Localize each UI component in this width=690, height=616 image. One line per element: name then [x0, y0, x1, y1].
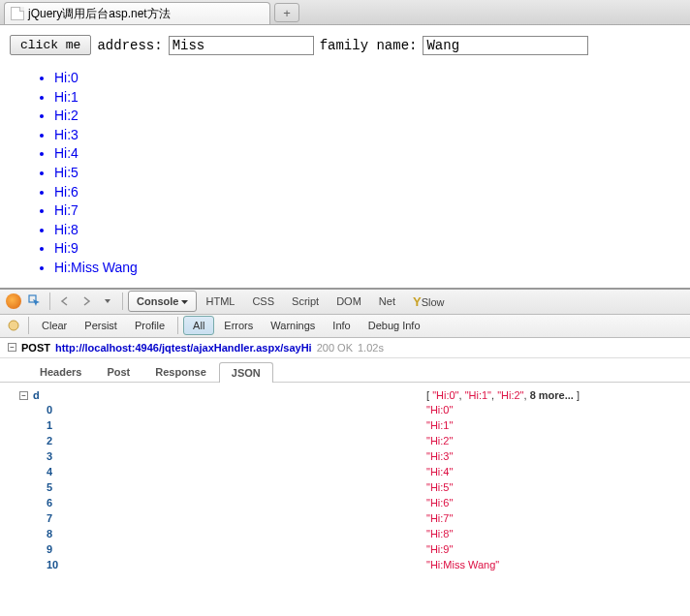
browser-tab-bar: jQuery调用后台asp.net方法 +	[0, 0, 690, 25]
new-tab-button[interactable]: +	[274, 3, 299, 22]
list-item: Hi:Miss Wang	[54, 259, 680, 278]
list-item: Hi:5	[54, 164, 680, 183]
resp-tab-response[interactable]: Response	[142, 361, 219, 382]
json-array-preview: [ "Hi:0", "Hi:1", "Hi:2", 8 more... ]	[426, 388, 580, 404]
svg-point-1	[9, 321, 18, 330]
sub-debug[interactable]: Debug Info	[361, 316, 428, 335]
firebug-main-toolbar: Console HTML CSS Script DOM Net YYSlowSl…	[0, 290, 690, 315]
family-name-label: family name:	[320, 38, 418, 53]
json-index: 10	[47, 558, 58, 573]
collapse-icon[interactable]: −	[8, 343, 16, 352]
firebug-sub-toolbar: Clear Persist Profile All Errors Warning…	[0, 315, 690, 338]
resp-tab-headers[interactable]: Headers	[27, 361, 94, 382]
json-value: "Hi:7"	[426, 511, 453, 527]
resp-tab-json[interactable]: JSON	[219, 362, 273, 383]
json-index: 3	[47, 449, 52, 465]
sub-info[interactable]: Info	[325, 316, 358, 335]
request-line[interactable]: − POST http://localhost:4946/jqtest/ajax…	[0, 338, 690, 358]
request-url: http://localhost:4946/jqtest/ajaxHandler…	[55, 342, 312, 354]
sub-clear[interactable]: Clear	[34, 316, 75, 335]
address-label: address:	[97, 38, 162, 53]
page-body: click me address: family name: Hi:0Hi:1H…	[0, 25, 690, 288]
json-value: "Hi:3"	[426, 449, 453, 465]
list-item: Hi:0	[54, 69, 680, 88]
list-item: Hi:1	[54, 88, 680, 108]
firebug-panel: Console HTML CSS Script DOM Net YYSlowSl…	[0, 288, 690, 579]
json-value: "Hi:4"	[426, 465, 453, 480]
dropdown-icon[interactable]	[98, 292, 117, 311]
nav-back-button[interactable]	[55, 292, 75, 311]
json-value: "Hi:0"	[426, 403, 453, 418]
tab-console[interactable]: Console	[128, 291, 197, 312]
json-viewer: − d [ "Hi:0", "Hi:1", "Hi:2", 8 more... …	[0, 383, 690, 579]
json-key: d	[33, 388, 40, 404]
break-icon[interactable]	[4, 316, 23, 335]
list-item: Hi:7	[54, 201, 680, 221]
json-value: "Hi:6"	[426, 496, 453, 511]
list-item: Hi:4	[54, 144, 680, 164]
json-index: 6	[47, 496, 52, 511]
request-status: 200 OK	[317, 342, 353, 354]
request-time: 1.02s	[358, 342, 384, 354]
json-index: 1	[47, 418, 52, 434]
collapse-icon[interactable]: −	[19, 391, 28, 400]
json-value: "Hi:2"	[426, 434, 453, 449]
tab-dom[interactable]: DOM	[328, 291, 370, 312]
tab-net[interactable]: Net	[370, 291, 404, 312]
resp-tab-post[interactable]: Post	[94, 361, 142, 382]
firebug-icon[interactable]	[4, 292, 23, 311]
family-name-input[interactable]	[423, 36, 588, 55]
form-row: click me address: family name:	[10, 35, 680, 55]
request-method: POST	[21, 342, 50, 354]
list-item: Hi:6	[54, 183, 680, 202]
json-index: 2	[47, 434, 52, 449]
browser-tab[interactable]: jQuery调用后台asp.net方法	[4, 2, 270, 24]
list-item: Hi:2	[54, 107, 680, 126]
list-item: Hi:8	[54, 221, 680, 240]
page-icon	[11, 7, 24, 20]
results-list: Hi:0Hi:1Hi:2Hi:3Hi:4Hi:5Hi:6Hi:7Hi:8Hi:9…	[10, 69, 680, 278]
address-input[interactable]	[169, 36, 314, 55]
sub-persist[interactable]: Persist	[77, 316, 125, 335]
json-index: 5	[47, 480, 52, 496]
tab-yslow[interactable]: YYSlowSlow	[404, 290, 454, 314]
json-index: 4	[47, 465, 52, 480]
tab-title: jQuery调用后台asp.net方法	[28, 6, 171, 22]
sub-errors[interactable]: Errors	[216, 316, 261, 335]
tab-css[interactable]: CSS	[243, 291, 283, 312]
nav-forward-button[interactable]	[77, 292, 96, 311]
json-index: 9	[47, 542, 52, 558]
json-value: "Hi:8"	[426, 527, 453, 542]
sub-all[interactable]: All	[183, 316, 214, 335]
json-index: 0	[47, 403, 52, 418]
sub-profile[interactable]: Profile	[127, 316, 172, 335]
json-index: 7	[47, 511, 52, 527]
click-me-button[interactable]: click me	[10, 35, 91, 55]
sub-warnings[interactable]: Warnings	[263, 316, 323, 335]
json-value: "Hi:9"	[426, 542, 453, 558]
json-value: "Hi:Miss Wang"	[426, 558, 499, 573]
json-value: "Hi:5"	[426, 480, 453, 496]
list-item: Hi:9	[54, 239, 680, 259]
json-value: "Hi:1"	[426, 418, 453, 434]
list-item: Hi:3	[54, 126, 680, 145]
inspect-icon[interactable]	[25, 292, 45, 311]
tab-script[interactable]: Script	[283, 291, 328, 312]
json-index: 8	[47, 527, 52, 542]
tab-html[interactable]: HTML	[197, 291, 243, 312]
response-tabs: Headers Post Response JSON	[0, 358, 690, 383]
